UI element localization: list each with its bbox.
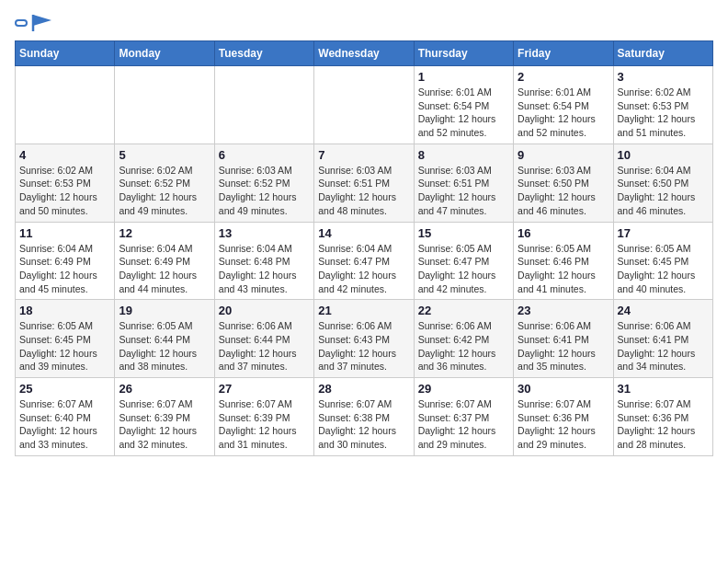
day-info: Sunrise: 6:05 AM Sunset: 6:46 PM Dayligh… bbox=[518, 242, 609, 296]
logo-box bbox=[15, 19, 28, 27]
day-number: 18 bbox=[19, 304, 110, 317]
day-number: 21 bbox=[318, 304, 409, 317]
day-info: Sunrise: 6:06 AM Sunset: 6:42 PM Dayligh… bbox=[418, 319, 509, 373]
calendar-body: 1Sunrise: 6:01 AM Sunset: 6:54 PM Daylig… bbox=[16, 66, 713, 456]
day-number: 17 bbox=[618, 226, 709, 240]
weekday-header-thursday: Thursday bbox=[414, 41, 513, 66]
day-info: Sunrise: 6:07 AM Sunset: 6:37 PM Dayligh… bbox=[418, 397, 509, 452]
weekday-header-wednesday: Wednesday bbox=[314, 41, 414, 66]
day-info: Sunrise: 6:05 AM Sunset: 6:47 PM Dayligh… bbox=[418, 242, 509, 296]
calendar-week-row: 18Sunrise: 6:05 AM Sunset: 6:45 PM Dayli… bbox=[16, 300, 713, 378]
day-number: 12 bbox=[119, 226, 210, 240]
day-number: 13 bbox=[219, 226, 310, 240]
calendar-cell: 19Sunrise: 6:05 AM Sunset: 6:44 PM Dayli… bbox=[115, 300, 214, 378]
calendar-cell: 12Sunrise: 6:04 AM Sunset: 6:49 PM Dayli… bbox=[115, 222, 214, 300]
calendar-cell: 28Sunrise: 6:07 AM Sunset: 6:38 PM Dayli… bbox=[314, 378, 414, 456]
calendar-cell: 29Sunrise: 6:07 AM Sunset: 6:37 PM Dayli… bbox=[414, 378, 513, 456]
day-number: 6 bbox=[219, 148, 310, 162]
day-info: Sunrise: 6:07 AM Sunset: 6:38 PM Dayligh… bbox=[318, 397, 409, 452]
calendar-cell: 3Sunrise: 6:02 AM Sunset: 6:53 PM Daylig… bbox=[613, 66, 712, 144]
day-number: 7 bbox=[318, 148, 409, 162]
day-info: Sunrise: 6:07 AM Sunset: 6:40 PM Dayligh… bbox=[19, 397, 110, 452]
calendar-cell: 10Sunrise: 6:04 AM Sunset: 6:50 PM Dayli… bbox=[613, 144, 712, 222]
logo bbox=[15, 15, 51, 31]
day-number: 30 bbox=[518, 382, 609, 396]
day-info: Sunrise: 6:04 AM Sunset: 6:47 PM Dayligh… bbox=[318, 242, 409, 296]
day-info: Sunrise: 6:03 AM Sunset: 6:51 PM Dayligh… bbox=[418, 164, 509, 218]
calendar-cell: 14Sunrise: 6:04 AM Sunset: 6:47 PM Dayli… bbox=[314, 222, 414, 300]
day-number: 11 bbox=[19, 226, 110, 240]
calendar-week-row: 25Sunrise: 6:07 AM Sunset: 6:40 PM Dayli… bbox=[16, 378, 713, 456]
weekday-header-row: SundayMondayTuesdayWednesdayThursdayFrid… bbox=[16, 41, 713, 66]
calendar-cell bbox=[314, 66, 414, 144]
day-number: 29 bbox=[418, 382, 509, 396]
day-number: 20 bbox=[219, 304, 310, 317]
day-number: 4 bbox=[19, 148, 110, 162]
day-info: Sunrise: 6:06 AM Sunset: 6:43 PM Dayligh… bbox=[318, 319, 409, 373]
calendar-cell: 18Sunrise: 6:05 AM Sunset: 6:45 PM Dayli… bbox=[16, 300, 115, 378]
calendar-week-row: 1Sunrise: 6:01 AM Sunset: 6:54 PM Daylig… bbox=[16, 66, 713, 144]
calendar-cell bbox=[115, 66, 214, 144]
day-info: Sunrise: 6:03 AM Sunset: 6:50 PM Dayligh… bbox=[518, 164, 609, 218]
calendar-cell: 5Sunrise: 6:02 AM Sunset: 6:52 PM Daylig… bbox=[115, 144, 214, 222]
day-number: 23 bbox=[518, 304, 609, 317]
calendar-cell: 22Sunrise: 6:06 AM Sunset: 6:42 PM Dayli… bbox=[414, 300, 513, 378]
day-info: Sunrise: 6:06 AM Sunset: 6:41 PM Dayligh… bbox=[518, 319, 609, 373]
day-number: 9 bbox=[518, 148, 609, 162]
calendar-cell: 4Sunrise: 6:02 AM Sunset: 6:53 PM Daylig… bbox=[16, 144, 115, 222]
day-info: Sunrise: 6:06 AM Sunset: 6:44 PM Dayligh… bbox=[219, 319, 310, 373]
calendar-cell: 15Sunrise: 6:05 AM Sunset: 6:47 PM Dayli… bbox=[414, 222, 513, 300]
day-info: Sunrise: 6:05 AM Sunset: 6:44 PM Dayligh… bbox=[119, 319, 210, 373]
day-number: 8 bbox=[418, 148, 509, 162]
calendar-cell: 7Sunrise: 6:03 AM Sunset: 6:51 PM Daylig… bbox=[314, 144, 414, 222]
day-info: Sunrise: 6:07 AM Sunset: 6:36 PM Dayligh… bbox=[518, 397, 609, 452]
day-number: 5 bbox=[119, 148, 210, 162]
day-number: 27 bbox=[219, 382, 310, 396]
day-number: 3 bbox=[618, 70, 709, 84]
calendar-cell: 25Sunrise: 6:07 AM Sunset: 6:40 PM Dayli… bbox=[16, 378, 115, 456]
day-number: 2 bbox=[518, 70, 609, 84]
day-info: Sunrise: 6:04 AM Sunset: 6:50 PM Dayligh… bbox=[618, 164, 709, 218]
day-number: 24 bbox=[618, 304, 709, 317]
calendar-cell: 21Sunrise: 6:06 AM Sunset: 6:43 PM Dayli… bbox=[314, 300, 414, 378]
day-info: Sunrise: 6:05 AM Sunset: 6:45 PM Dayligh… bbox=[618, 242, 709, 296]
day-number: 26 bbox=[119, 382, 210, 396]
logo-flag-icon bbox=[31, 15, 51, 31]
calendar-cell: 24Sunrise: 6:06 AM Sunset: 6:41 PM Dayli… bbox=[613, 300, 712, 378]
calendar-cell: 27Sunrise: 6:07 AM Sunset: 6:39 PM Dayli… bbox=[214, 378, 313, 456]
day-info: Sunrise: 6:07 AM Sunset: 6:36 PM Dayligh… bbox=[618, 397, 709, 452]
day-number: 14 bbox=[318, 226, 409, 240]
day-number: 25 bbox=[19, 382, 110, 396]
calendar-cell: 13Sunrise: 6:04 AM Sunset: 6:48 PM Dayli… bbox=[214, 222, 313, 300]
calendar-cell: 6Sunrise: 6:03 AM Sunset: 6:52 PM Daylig… bbox=[214, 144, 313, 222]
day-info: Sunrise: 6:01 AM Sunset: 6:54 PM Dayligh… bbox=[518, 86, 609, 140]
day-number: 31 bbox=[618, 382, 709, 396]
calendar-table: SundayMondayTuesdayWednesdayThursdayFrid… bbox=[15, 40, 713, 456]
day-info: Sunrise: 6:04 AM Sunset: 6:49 PM Dayligh… bbox=[19, 242, 110, 296]
day-info: Sunrise: 6:02 AM Sunset: 6:52 PM Dayligh… bbox=[119, 164, 210, 218]
day-number: 19 bbox=[119, 304, 210, 317]
day-info: Sunrise: 6:02 AM Sunset: 6:53 PM Dayligh… bbox=[19, 164, 110, 218]
calendar-cell: 30Sunrise: 6:07 AM Sunset: 6:36 PM Dayli… bbox=[514, 378, 613, 456]
calendar-cell: 23Sunrise: 6:06 AM Sunset: 6:41 PM Dayli… bbox=[514, 300, 613, 378]
day-number: 28 bbox=[318, 382, 409, 396]
day-info: Sunrise: 6:03 AM Sunset: 6:51 PM Dayligh… bbox=[318, 164, 409, 218]
weekday-header-monday: Monday bbox=[115, 41, 214, 66]
calendar-cell: 26Sunrise: 6:07 AM Sunset: 6:39 PM Dayli… bbox=[115, 378, 214, 456]
calendar-cell: 16Sunrise: 6:05 AM Sunset: 6:46 PM Dayli… bbox=[514, 222, 613, 300]
weekday-header-sunday: Sunday bbox=[16, 41, 115, 66]
weekday-header-friday: Friday bbox=[514, 41, 613, 66]
calendar-week-row: 11Sunrise: 6:04 AM Sunset: 6:49 PM Dayli… bbox=[16, 222, 713, 300]
calendar-cell bbox=[16, 66, 115, 144]
day-info: Sunrise: 6:01 AM Sunset: 6:54 PM Dayligh… bbox=[418, 86, 509, 140]
day-info: Sunrise: 6:05 AM Sunset: 6:45 PM Dayligh… bbox=[19, 319, 110, 373]
day-info: Sunrise: 6:07 AM Sunset: 6:39 PM Dayligh… bbox=[219, 397, 310, 452]
day-info: Sunrise: 6:04 AM Sunset: 6:48 PM Dayligh… bbox=[219, 242, 310, 296]
weekday-header-tuesday: Tuesday bbox=[214, 41, 313, 66]
calendar-cell: 1Sunrise: 6:01 AM Sunset: 6:54 PM Daylig… bbox=[414, 66, 513, 144]
day-number: 10 bbox=[618, 148, 709, 162]
day-info: Sunrise: 6:03 AM Sunset: 6:52 PM Dayligh… bbox=[219, 164, 310, 218]
svg-marker-0 bbox=[33, 15, 51, 26]
calendar-cell: 9Sunrise: 6:03 AM Sunset: 6:50 PM Daylig… bbox=[514, 144, 613, 222]
day-number: 22 bbox=[418, 304, 509, 317]
